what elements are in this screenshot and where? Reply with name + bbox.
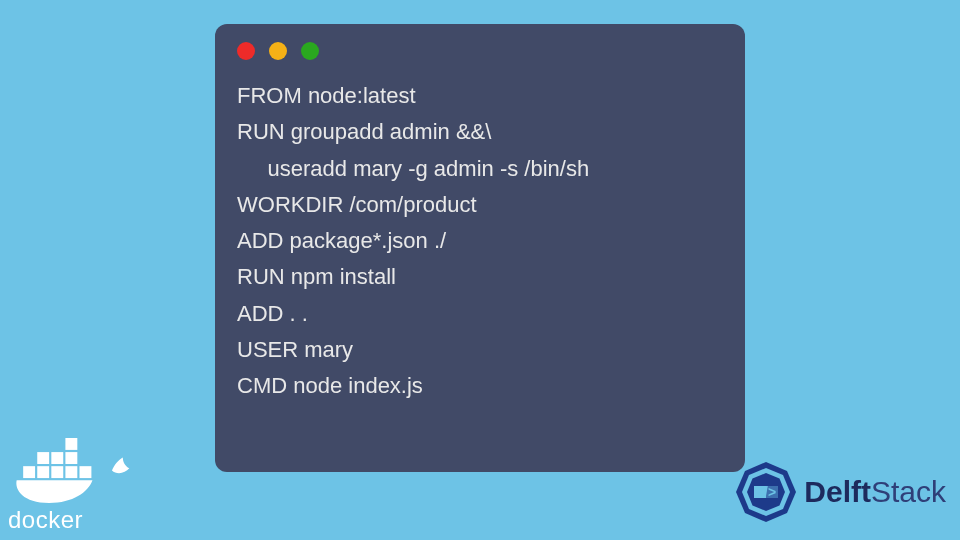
minimize-icon[interactable] — [269, 42, 287, 60]
svg-rect-6 — [65, 452, 77, 464]
delft-part-b: Stack — [871, 475, 946, 508]
code-line: USER mary — [237, 332, 723, 368]
close-icon[interactable] — [237, 42, 255, 60]
docker-logo: docker — [8, 438, 138, 534]
maximize-icon[interactable] — [301, 42, 319, 60]
svg-rect-3 — [65, 466, 77, 478]
code-line: RUN npm install — [237, 259, 723, 295]
svg-rect-0 — [23, 466, 35, 478]
svg-rect-5 — [51, 452, 63, 464]
delft-part-a: Delft — [804, 475, 871, 508]
code-line: RUN groupadd admin &&\ — [237, 114, 723, 150]
code-line: FROM node:latest — [237, 78, 723, 114]
svg-rect-4 — [37, 452, 49, 464]
svg-rect-2 — [51, 466, 63, 478]
docker-label: docker — [8, 506, 138, 534]
docker-whale-icon — [8, 438, 138, 508]
delftstack-label: DelftStack — [804, 475, 946, 509]
code-line: useradd mary -g admin -s /bin/sh — [237, 151, 723, 187]
svg-rect-1 — [37, 466, 49, 478]
window-controls — [237, 42, 723, 60]
svg-rect-8 — [79, 466, 91, 478]
code-line: WORKDIR /com/product — [237, 187, 723, 223]
delftstack-logo: </> DelftStack — [734, 460, 946, 524]
terminal-window: FROM node:latest RUN groupadd admin &&\ … — [215, 24, 745, 472]
code-line: ADD package*.json ./ — [237, 223, 723, 259]
code-line: ADD . . — [237, 296, 723, 332]
code-line: CMD node index.js — [237, 368, 723, 404]
svg-rect-7 — [65, 438, 77, 450]
svg-text:</>: </> — [756, 484, 776, 500]
delftstack-icon: </> — [734, 460, 798, 524]
